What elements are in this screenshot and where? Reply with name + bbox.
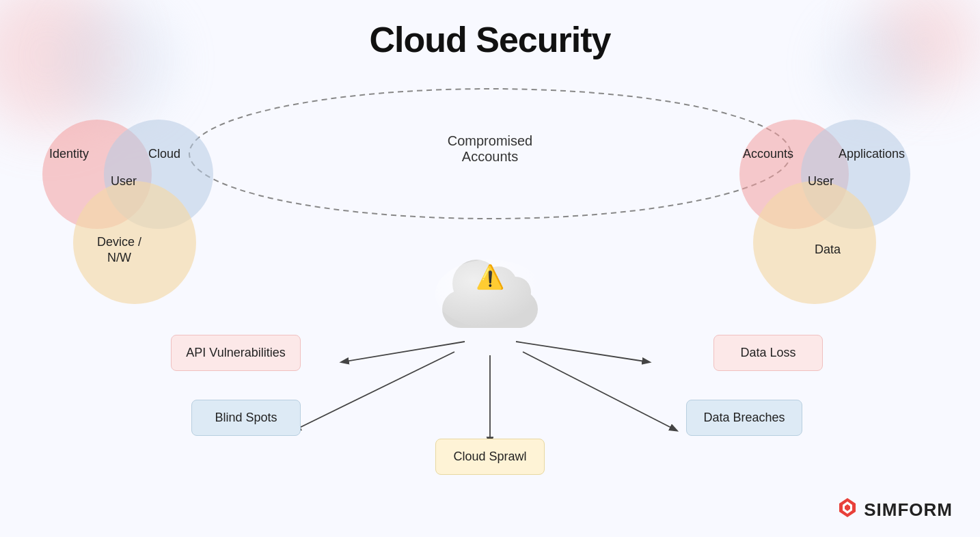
simform-logo: SIMFORM [836, 497, 953, 523]
cloud-sprawl-box: Cloud Sprawl [435, 439, 545, 475]
cloud-icon: ⚠️ [435, 260, 545, 342]
api-vulnerabilities-box: API Vulnerabilities [171, 335, 301, 371]
svg-line-5 [516, 342, 649, 362]
warning-icon: ⚠️ [476, 263, 504, 290]
right-venn [739, 106, 938, 318]
data-circle [753, 181, 876, 304]
svg-line-4 [523, 352, 677, 430]
svg-line-2 [294, 352, 454, 430]
data-breaches-box: Data Breaches [686, 400, 802, 436]
data-loss-box: Data Loss [713, 335, 823, 371]
compromised-accounts-label: Compromised Accounts [448, 133, 532, 165]
device-circle [73, 181, 196, 304]
left-venn [42, 106, 241, 318]
svg-line-1 [342, 342, 465, 362]
simform-text: SIMFORM [864, 499, 953, 521]
blind-spots-box: Blind Spots [191, 400, 301, 436]
simform-icon [836, 497, 858, 523]
